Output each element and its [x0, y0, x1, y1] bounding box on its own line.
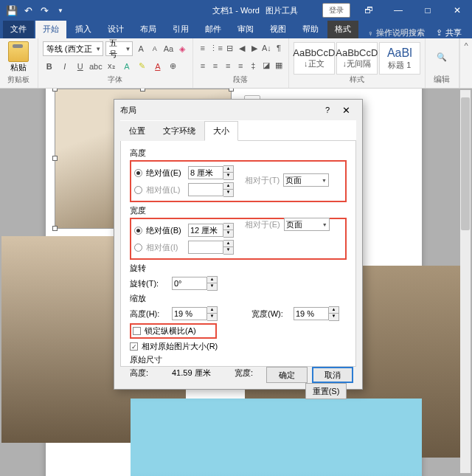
text-effect-icon[interactable]: A: [120, 60, 133, 73]
login-button[interactable]: 登录: [322, 3, 350, 18]
spin-down-icon[interactable]: ▼: [223, 247, 233, 254]
tab-home[interactable]: 开始: [35, 20, 66, 38]
borders-icon[interactable]: ▦: [274, 59, 284, 72]
collapse-ribbon-icon[interactable]: ^: [459, 38, 472, 88]
editing-label[interactable]: 编辑: [434, 75, 450, 83]
multilevel-icon[interactable]: ⊟: [225, 41, 235, 55]
align-left-icon[interactable]: ≡: [198, 59, 208, 72]
height-rel-radio[interactable]: [134, 186, 142, 194]
lock-aspect-checkbox[interactable]: [133, 327, 141, 335]
spin-down-icon[interactable]: ▼: [223, 190, 233, 196]
tab-design[interactable]: 设计: [100, 20, 131, 38]
underline-icon[interactable]: U: [74, 60, 87, 73]
width-abs-radio[interactable]: [134, 227, 142, 235]
resize-handle[interactable]: [52, 156, 58, 161]
style-heading1[interactable]: AaBl标题 1: [379, 42, 420, 75]
spin-up-icon[interactable]: ▲: [223, 183, 233, 190]
width-rel-input[interactable]: ▲▼: [188, 240, 234, 255]
bullets-icon[interactable]: ≡: [198, 41, 208, 55]
spin-up-icon[interactable]: ▲: [329, 307, 339, 314]
maximize-icon[interactable]: □: [413, 0, 442, 21]
rotate-input[interactable]: ▲▼: [172, 276, 218, 291]
dialog-titlebar[interactable]: 布局 ? ✕: [114, 100, 362, 120]
spin-up-icon[interactable]: ▲: [207, 277, 217, 283]
ok-button[interactable]: 确定: [266, 367, 308, 383]
scale-h-input[interactable]: ▲▼: [172, 306, 218, 321]
height-abs-input[interactable]: ▲▼: [188, 165, 234, 180]
spin-up-icon[interactable]: ▲: [207, 307, 217, 314]
tell-me-search[interactable]: ♀操作说明搜索: [367, 27, 425, 38]
dlg-tab-position[interactable]: 位置: [120, 121, 154, 141]
dlg-tab-wrap[interactable]: 文字环绕: [154, 121, 204, 141]
redo-icon[interactable]: ↷: [37, 2, 52, 18]
height-rel-combo[interactable]: 页面▼: [283, 173, 329, 187]
show-marks-icon[interactable]: ¶: [274, 41, 284, 55]
tab-mailings[interactable]: 邮件: [198, 20, 229, 38]
tab-insert[interactable]: 插入: [68, 20, 99, 38]
clear-format-icon[interactable]: ◈: [176, 42, 188, 55]
font-color-icon[interactable]: A: [151, 60, 164, 73]
width-rel-combo[interactable]: 页面▼: [284, 218, 330, 231]
subscript-icon[interactable]: x₂: [105, 60, 118, 73]
grow-font-icon[interactable]: A: [135, 42, 147, 55]
dialog-help-icon[interactable]: ?: [325, 106, 330, 114]
scroll-thumb[interactable]: [461, 97, 470, 230]
dialog-close-icon[interactable]: ✕: [336, 105, 356, 116]
shading-icon[interactable]: ◪: [261, 59, 271, 72]
phonetic-icon[interactable]: ⊕: [167, 60, 180, 73]
spin-down-icon[interactable]: ▼: [223, 230, 233, 237]
bold-icon[interactable]: B: [43, 60, 56, 73]
ribbon-display-icon[interactable]: 🗗: [354, 0, 384, 21]
resize-handle[interactable]: [52, 89, 58, 92]
tab-format[interactable]: 格式: [327, 20, 358, 38]
shrink-font-icon[interactable]: A: [149, 42, 161, 55]
tab-help[interactable]: 帮助: [295, 20, 326, 38]
image-4[interactable]: [131, 399, 422, 476]
width-rel-radio[interactable]: [134, 244, 142, 252]
indent-dec-icon[interactable]: ◀: [237, 41, 247, 55]
tab-references[interactable]: 引用: [165, 20, 196, 38]
dlg-tab-size[interactable]: 大小: [204, 121, 238, 141]
undo-icon[interactable]: ↶: [21, 2, 35, 18]
highlight-icon[interactable]: ✎: [136, 60, 149, 73]
tab-view[interactable]: 视图: [263, 20, 294, 38]
spin-up-icon[interactable]: ▲: [223, 241, 233, 247]
save-icon[interactable]: 💾: [4, 2, 19, 18]
spin-down-icon[interactable]: ▼: [207, 283, 217, 290]
change-case-icon[interactable]: Aa: [163, 42, 175, 55]
spin-down-icon[interactable]: ▼: [207, 314, 217, 320]
indent-inc-icon[interactable]: ▶: [249, 41, 260, 55]
spin-up-icon[interactable]: ▲: [223, 224, 233, 230]
font-size-select[interactable]: 五号▼: [105, 41, 133, 56]
font-name-select[interactable]: 等线 (西文正▼: [43, 41, 103, 56]
paste-button[interactable]: 粘贴: [4, 40, 33, 73]
line-spacing-icon[interactable]: ‡: [248, 59, 258, 72]
align-center-icon[interactable]: ≡: [210, 59, 221, 72]
spin-down-icon[interactable]: ▼: [223, 173, 233, 179]
sort-icon[interactable]: A↓: [262, 41, 272, 55]
qat-dropdown-icon[interactable]: ▼: [53, 2, 68, 18]
find-icon[interactable]: 🔍: [437, 52, 447, 62]
spin-up-icon[interactable]: ▲: [223, 166, 233, 173]
reset-button[interactable]: 重置(S): [305, 383, 347, 399]
spin-down-icon[interactable]: ▼: [329, 314, 339, 320]
tab-review[interactable]: 审阅: [230, 20, 261, 38]
height-rel-input[interactable]: ▲▼: [188, 182, 234, 197]
style-no-spacing[interactable]: AaBbCcD↓无间隔: [336, 42, 378, 75]
italic-icon[interactable]: I: [58, 60, 72, 73]
width-abs-input[interactable]: ▲▼: [188, 223, 234, 238]
resize-handle[interactable]: [140, 89, 145, 92]
resize-handle[interactable]: [229, 89, 234, 92]
scale-w-input[interactable]: ▲▼: [294, 306, 339, 321]
cancel-button[interactable]: 取消: [312, 367, 353, 383]
style-normal[interactable]: AaBbCcD↓正文: [294, 42, 335, 75]
share-button[interactable]: ⇪共享: [436, 27, 472, 38]
close-icon[interactable]: ✕: [442, 0, 472, 21]
tab-layout[interactable]: 布局: [133, 20, 164, 38]
numbering-icon[interactable]: ⋮≡: [209, 41, 222, 55]
justify-icon[interactable]: ≡: [235, 59, 246, 72]
tab-file[interactable]: 文件: [3, 20, 34, 38]
vertical-scrollbar[interactable]: [460, 90, 471, 473]
rel-original-checkbox[interactable]: [130, 342, 138, 351]
minimize-icon[interactable]: —: [384, 0, 413, 21]
